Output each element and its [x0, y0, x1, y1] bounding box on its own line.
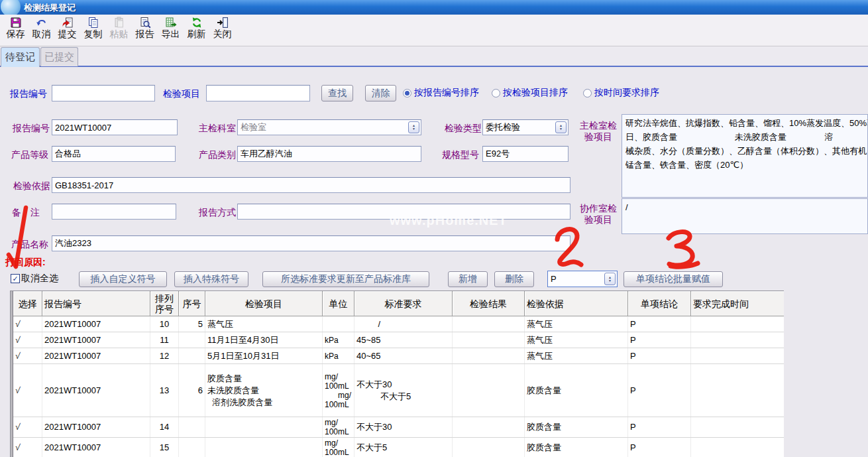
cell-item: 5月1日至10月31日	[205, 348, 323, 363]
cell-basis: 胶质含量	[525, 417, 628, 437]
table-row[interactable]: √2021WT10007125月1日至10月31日kPa40~65蒸气压P	[13, 348, 784, 364]
column-header-7[interactable]: 检验结果	[453, 291, 525, 316]
refresh-button[interactable]: 刷新	[184, 16, 209, 45]
cell-check[interactable]: √	[13, 348, 42, 363]
table-row[interactable]: √2021WT1000713 6 胶质含量 未洗胶质含量 溶剂洗胶质含量mg/ …	[13, 364, 784, 417]
search-report-no-label: 报告编号	[10, 88, 47, 100]
cell-order-no: 12	[150, 348, 179, 363]
toolbar-button-label: 保存	[7, 29, 25, 40]
cell-result	[453, 364, 525, 417]
column-header-1[interactable]: 报告编号	[42, 291, 150, 316]
report-no-input[interactable]: 2021WT10007	[52, 119, 178, 135]
export-icon	[164, 16, 178, 29]
clear-button[interactable]: 清除	[365, 85, 396, 101]
cell-check[interactable]: √	[13, 438, 42, 457]
sort-radio-0[interactable]: 按报告编号排序	[403, 87, 479, 99]
submit-button[interactable]: 提交	[54, 16, 80, 45]
grade-input[interactable]: 合格品	[52, 146, 176, 162]
column-header-8[interactable]: 检验依据	[525, 291, 628, 316]
cell-due	[691, 348, 784, 363]
save-button[interactable]: 保存	[3, 16, 28, 45]
paste-icon	[113, 16, 126, 29]
cell-seq	[179, 332, 205, 348]
sort-radio-label: 按时间要求排序	[594, 87, 659, 99]
cell-standard: 不大于30	[354, 417, 453, 437]
report-button[interactable]: 报告	[132, 16, 158, 45]
main-items-textarea[interactable]: 研究法辛烷值、抗爆指数、铅含量、馏程、10%蒸发温度、50%蒸 日、胶质含量 未…	[622, 114, 868, 198]
export-button[interactable]: 导出	[158, 16, 184, 45]
cell-seq: 6	[179, 364, 205, 417]
column-header-2[interactable]: 排列 序号	[150, 291, 179, 316]
cell-basis: 蒸气压	[525, 332, 628, 348]
table-row[interactable]: √2021WT1000714mg/ 100mL不大于30胶质含量P	[13, 417, 784, 438]
close-button[interactable]: 关闭	[209, 16, 235, 45]
search-report-no-input[interactable]	[52, 85, 155, 101]
column-header-0[interactable]: 选择	[13, 291, 42, 316]
undo-button[interactable]: 取消	[28, 16, 54, 45]
main-items-label: 主检室检 验项目	[578, 120, 619, 143]
cell-seq	[179, 417, 205, 437]
tab-pending[interactable]: 待登记	[1, 47, 40, 67]
cell-order-no: 15	[150, 438, 179, 457]
add-button[interactable]: 新增	[448, 271, 488, 287]
dropdown-spinner-icon[interactable]: ▲▼	[604, 273, 616, 285]
cell-item	[205, 417, 323, 437]
return-reason-label: 打回原因:	[5, 257, 46, 269]
cell-check[interactable]: √	[13, 417, 42, 437]
tab-submitted[interactable]: 已提交	[40, 47, 78, 66]
report-icon	[138, 16, 152, 29]
table-row[interactable]: √2021WT100071111月1日至4月30日kPa45~85蒸气压P	[13, 332, 784, 348]
basis-input[interactable]: GB18351-2017	[52, 177, 570, 193]
radio-icon	[403, 89, 411, 98]
main-dept-select[interactable]: 检验室 ▲▼	[237, 119, 421, 135]
insert-special-symbol-button[interactable]: 插入特殊符号	[174, 271, 248, 287]
batch-assign-button[interactable]: 单项结论批量赋值	[624, 271, 723, 287]
save-icon	[9, 16, 23, 29]
cell-conclusion: P	[628, 316, 691, 332]
conclusion-select[interactable]: P ▲▼	[547, 271, 618, 287]
sort-radio-label: 按检验项目排序	[503, 87, 568, 99]
column-header-6[interactable]: 标准要求	[354, 291, 453, 316]
column-header-5[interactable]: 单位	[323, 291, 354, 316]
coop-items-label: 协作室检 验项目	[578, 203, 619, 226]
spec-input[interactable]: E92号	[482, 146, 569, 162]
remark-input[interactable]	[52, 204, 176, 220]
cell-basis: 胶质含量	[525, 438, 628, 457]
exit-door-icon	[216, 16, 229, 29]
product-name-input[interactable]: 汽油2323	[52, 235, 570, 251]
find-button[interactable]: 查找	[321, 85, 353, 101]
column-header-3[interactable]: 序号	[179, 291, 205, 316]
deselect-all-checkbox[interactable]	[11, 274, 20, 283]
cell-report-no: 2021WT10007	[42, 316, 150, 332]
sort-radio-1[interactable]: 按检验项目排序	[492, 87, 568, 99]
copy-button[interactable]: 复制	[80, 16, 106, 45]
update-standard-button[interactable]: 所选标准要求更新至产品标准库	[262, 271, 429, 287]
column-header-4[interactable]: 检验项目	[205, 291, 323, 316]
search-items-input[interactable]	[206, 85, 310, 101]
cell-check[interactable]: √	[13, 364, 42, 417]
table-row[interactable]: √2021WT10007105蒸气压 /蒸气压P	[13, 316, 784, 332]
table-row[interactable]: √2021WT1000715mg/ 100mL不大于5胶质含量P	[13, 438, 784, 457]
toolbar-button-label: 报告	[136, 29, 154, 40]
undo-icon	[35, 16, 48, 29]
coop-items-textarea[interactable]: /	[622, 198, 868, 234]
sort-radio-2[interactable]: 按时间要求排序	[583, 87, 659, 99]
product-name-label: 产品名称	[11, 239, 48, 251]
dropdown-spinner-icon[interactable]: ▲▼	[408, 121, 419, 133]
cell-check[interactable]: √	[13, 332, 42, 348]
delete-button[interactable]: 删除	[494, 271, 534, 287]
cell-unit: mg/ 100mL mg/ 100mL	[323, 364, 354, 417]
category-input[interactable]: 车用乙醇汽油	[237, 146, 421, 162]
window-title: 检测结果登记	[24, 2, 76, 14]
report-no-label: 报告编号	[13, 123, 50, 135]
insert-custom-symbol-button[interactable]: 插入自定义符号	[79, 271, 167, 287]
test-type-select[interactable]: 委托检验 ▲▼	[482, 119, 569, 135]
dropdown-spinner-icon[interactable]: ▲▼	[555, 121, 567, 133]
cell-basis: 蒸气压	[525, 316, 628, 332]
cell-report-no: 2021WT10007	[42, 348, 150, 363]
cell-check[interactable]: √	[13, 316, 42, 332]
column-header-9[interactable]: 单项结论	[628, 291, 691, 316]
column-header-10[interactable]: 要求完成时间	[691, 291, 784, 316]
basis-label: 检验依据	[13, 180, 50, 192]
cell-report-no: 2021WT10007	[42, 438, 150, 457]
